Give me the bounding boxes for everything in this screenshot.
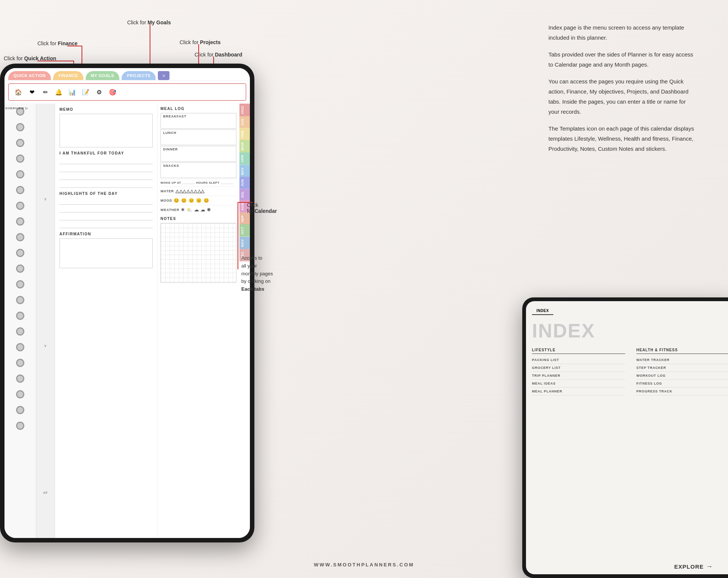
highlights-section: HIGHLIGHTS OF THE DAY <box>59 192 153 228</box>
water-label: WATER <box>160 189 174 193</box>
edit-icon[interactable]: ✏ <box>40 87 51 97</box>
tab-may[interactable]: MAY <box>239 165 250 177</box>
tab-my-goals[interactable]: MY GOALS <box>86 71 119 80</box>
home-icon[interactable]: 🏠 <box>13 87 24 97</box>
meal-ideas-item[interactable]: MEAL IDEAS <box>532 380 625 388</box>
spiral-ring <box>16 280 24 288</box>
lifestyle-col: LIFESTYLE PACKING LIST GROCERY LIST TRIP… <box>532 348 625 395</box>
tab-menu[interactable]: ≡ <box>158 71 169 80</box>
tab-quick-action[interactable]: QUICK ACTION <box>8 71 51 80</box>
thankful-line <box>59 158 153 164</box>
water-tracker-row: WATER △△△△△△△△ <box>160 186 236 196</box>
step-tracker-item[interactable]: STEP TRACKER <box>636 364 728 372</box>
overview-label: OVERVIEW ▷ <box>5 107 28 110</box>
index-tab-bar: INDEX <box>532 307 728 315</box>
breakfast-row[interactable]: BREAKFAST <box>160 113 236 129</box>
y-label-ay: AY <box>43 491 48 495</box>
highlights-line <box>59 214 153 220</box>
spiral-ring <box>16 390 24 398</box>
spiral-ring <box>16 327 24 336</box>
meal-log-label: MEAL LOG <box>160 107 236 111</box>
tab-mar[interactable]: MAR <box>239 140 250 153</box>
thankful-line <box>59 165 153 172</box>
chart-icon[interactable]: 📊 <box>67 87 77 97</box>
thankful-line <box>59 173 153 180</box>
heart-icon[interactable]: ❤ <box>27 87 37 97</box>
note-icon[interactable]: 📝 <box>80 87 91 97</box>
spiral-ring <box>16 312 24 320</box>
tab-2022[interactable]: 2022 <box>239 104 250 116</box>
tab-sep[interactable]: SEP <box>239 213 250 225</box>
workout-log-item[interactable]: WORKOUT LOG <box>636 372 728 380</box>
icons-toolbar: 🏠 ❤ ✏ 🔔 📊 📝 ⚙ 🎯 <box>8 83 246 101</box>
tab-oct[interactable]: OCT <box>239 224 250 237</box>
mood-icons: 😊 😊 😐 😐 😊 <box>174 198 209 203</box>
planner-right: MEAL LOG BREAKFAST LUNCH DINNER SNACKS W… <box>157 104 239 538</box>
packing-list-item[interactable]: PACKING LIST <box>532 356 625 364</box>
tab-nov[interactable]: NOV <box>239 237 250 249</box>
spiral-ring <box>16 233 24 241</box>
spiral-ring <box>16 249 24 257</box>
tab-finance[interactable]: FINANCE <box>53 71 83 80</box>
memo-box[interactable] <box>59 114 153 147</box>
spiral-ring <box>16 359 24 367</box>
ann-line-finance-h <box>67 46 82 46</box>
tab-jul[interactable]: JUL <box>239 189 250 201</box>
spiral-ring <box>16 186 24 194</box>
spiral-ring <box>16 139 24 147</box>
dinner-row[interactable]: DINNER <box>160 146 236 162</box>
water-icons: △△△△△△△△ <box>175 189 205 194</box>
woke-up-label: WOKE UP AT _______ HOURS SLEPT _______ <box>160 181 233 184</box>
annotation-dashboard: Click for Dashboard <box>195 52 242 58</box>
index-columns: LIFESTYLE PACKING LIST GROCERY LIST TRIP… <box>532 348 728 395</box>
tab-feb[interactable]: FEB <box>239 128 250 140</box>
planner-main-left: MEMO I AM THANKFUL FOR TODAY HIGHLIGHTS … <box>55 104 157 538</box>
spiral-ring <box>16 374 24 383</box>
bell-icon[interactable]: 🔔 <box>53 87 64 97</box>
affirmation-label: AFFIRMATION <box>59 232 153 236</box>
highlights-line <box>59 198 153 205</box>
spiral-ring <box>16 217 24 226</box>
trip-planner-item[interactable]: TRIP PLANNER <box>532 372 625 380</box>
grocery-list-item[interactable]: GROCERY LIST <box>532 364 625 372</box>
explore-button[interactable]: EXPLORE → <box>674 563 713 571</box>
lifestyle-header: LIFESTYLE <box>532 348 625 354</box>
tab-jun[interactable]: JUN <box>239 177 250 189</box>
tab-jan[interactable]: JAN <box>239 116 250 128</box>
affirmation-box[interactable] <box>59 238 153 268</box>
weather-label: WEATHER <box>160 208 179 212</box>
index-tab[interactable]: INDEX <box>532 307 553 315</box>
tablet-right: INDEX INDEX LIFESTYLE PACKING LIST GROCE… <box>522 297 728 578</box>
notes-label: NOTES <box>160 217 236 221</box>
fitness-log-item[interactable]: FITNESS LOG <box>636 380 728 388</box>
tablet-left: QUICK ACTION FINANCE MY GOALS PROJECTS ≡… <box>0 64 254 542</box>
affirmation-section: AFFIRMATION <box>59 232 153 268</box>
highlights-line <box>59 206 153 212</box>
meal-planner-item[interactable]: MEAL PLANNER <box>532 388 625 395</box>
settings-icon[interactable]: ⚙ <box>94 87 104 97</box>
memo-label: MEMO <box>59 107 153 111</box>
highlights-line <box>59 221 153 228</box>
click-calendar-annotation: Click for Calendar <box>247 202 277 214</box>
snacks-row[interactable]: SNACKS <box>160 162 236 178</box>
health-header: HEALTH & FITNESS <box>636 348 728 354</box>
notes-grid[interactable] <box>160 223 236 283</box>
target-icon[interactable]: 🎯 <box>107 87 118 97</box>
arrow-right-icon: → <box>706 563 713 571</box>
ann-line-calendar <box>238 202 238 269</box>
spiral-ring <box>16 343 24 351</box>
tab-projects[interactable]: PROJECTS <box>122 71 156 80</box>
health-col: HEALTH & FITNESS WATER TRACKER STEP TRAC… <box>636 348 728 395</box>
mood-row: MOOD 😊 😊 😐 😐 😊 <box>160 196 236 205</box>
spiral-ring <box>16 264 24 273</box>
thankful-label: I AM THANKFUL FOR TODAY <box>59 151 153 155</box>
progress-track-item[interactable]: PROGRESS TRACK <box>636 388 728 395</box>
y-label: Y <box>44 344 47 348</box>
spiral-ring <box>16 296 24 304</box>
tablet-left-screen: QUICK ACTION FINANCE MY GOALS PROJECTS ≡… <box>4 68 250 538</box>
tab-apr[interactable]: APR <box>239 153 250 165</box>
annotation-projects: Click for Projects <box>180 39 221 45</box>
water-tracker-item[interactable]: WATER TRACKER <box>636 356 728 364</box>
ann-line-quick-h <box>37 61 73 61</box>
lunch-row[interactable]: LUNCH <box>160 129 236 145</box>
